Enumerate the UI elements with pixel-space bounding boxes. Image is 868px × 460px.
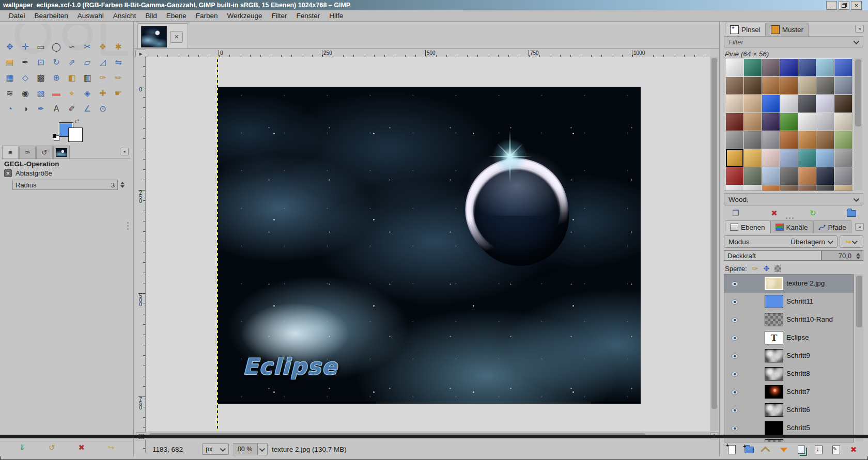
tool-scissors-select[interactable]: ✂ <box>80 39 95 55</box>
pattern-swatch-10[interactable] <box>780 77 798 94</box>
duplicate-pattern-button[interactable]: ❐ <box>729 208 742 219</box>
pattern-swatch-40[interactable] <box>816 149 834 167</box>
visibility-eye-icon[interactable] <box>731 281 738 287</box>
tab-pfade[interactable]: Pfade <box>813 220 851 233</box>
pattern-swatch-20[interactable] <box>834 95 852 113</box>
image-tab[interactable]: ✕ <box>137 23 188 49</box>
tool-pencil[interactable]: ✏ <box>111 70 126 86</box>
lock-position-icon[interactable]: ✥ <box>763 264 769 273</box>
pattern-swatch-12[interactable] <box>816 77 834 94</box>
new-layer-button[interactable] <box>725 444 738 455</box>
tool-perspective-clone[interactable]: ◈ <box>80 86 95 101</box>
pattern-filter-dropdown[interactable]: Filter <box>724 36 863 47</box>
tool-eraser[interactable]: ▬ <box>49 86 64 101</box>
pattern-swatch-27[interactable] <box>834 113 852 131</box>
dock-resize-grip[interactable] <box>127 222 129 230</box>
pattern-swatch-5[interactable] <box>816 59 834 76</box>
tool-blur-sharpen[interactable]: ◔ <box>2 101 18 117</box>
tool-airbrush[interactable]: ≋ <box>2 86 18 101</box>
tool-3d-transform[interactable]: ▦ <box>2 70 18 86</box>
opacity-slider[interactable]: Deckkraft 70,0 <box>724 250 863 261</box>
tool-perspective[interactable]: ◿ <box>95 55 111 70</box>
pattern-swatch-9[interactable] <box>762 77 780 94</box>
menu-werkzeuge[interactable]: Werkzeuge <box>222 11 267 21</box>
tool-gradient[interactable]: ▥ <box>80 70 95 86</box>
pattern-swatch-38[interactable] <box>780 149 798 167</box>
visibility-eye-icon[interactable] <box>731 408 738 413</box>
tool-flip[interactable]: ⇋ <box>111 55 126 70</box>
pattern-swatch-41[interactable] <box>834 149 852 167</box>
visibility-eye-icon[interactable] <box>731 390 738 395</box>
pattern-swatch-46[interactable] <box>798 167 816 185</box>
tab-ebenen[interactable]: Ebenen <box>725 220 770 233</box>
menu-hilfe[interactable]: Hilfe <box>324 11 348 21</box>
vertical-scrollbar[interactable] <box>710 57 718 431</box>
pattern-swatch-13[interactable] <box>834 77 852 94</box>
pattern-swatch-33[interactable] <box>816 131 834 149</box>
pattern-swatch-21[interactable] <box>726 113 743 131</box>
pattern-swatch-51[interactable] <box>762 185 780 191</box>
pattern-swatch-8[interactable] <box>744 77 762 94</box>
pattern-swatch-36[interactable] <box>744 149 762 167</box>
merge-down-button[interactable] <box>812 444 826 455</box>
abtastgroesse-checkbox[interactable]: ✕ <box>4 169 12 177</box>
mode-options-button[interactable]: ↪ <box>840 235 863 248</box>
tool-paths[interactable]: ✒ <box>33 101 49 117</box>
reset-defaults-button[interactable]: ↪ <box>104 442 118 454</box>
layer-row-schritt10-rand[interactable]: Schritt10-Rand <box>724 311 854 329</box>
dock-divider-grip[interactable] <box>786 217 794 219</box>
pattern-name-dropdown[interactable]: Wood, <box>724 193 863 205</box>
menu-auswahl[interactable]: Auswahl <box>73 11 109 21</box>
pattern-swatch-35[interactable] <box>726 149 743 167</box>
raise-layer-button[interactable] <box>760 444 773 455</box>
pattern-swatch-53[interactable] <box>798 185 816 191</box>
tool-foreground-select[interactable]: ❖ <box>95 39 111 55</box>
pattern-swatch-4[interactable] <box>798 59 816 76</box>
panel-menu-button[interactable]: ◂ <box>120 148 129 155</box>
menu-farben[interactable]: Farben <box>191 11 223 21</box>
layer-mask-button[interactable] <box>829 444 843 455</box>
pattern-swatch-2[interactable] <box>762 59 780 76</box>
tab-device-status[interactable]: ✑ <box>19 146 36 159</box>
layer-list-scrollbar[interactable] <box>855 274 863 441</box>
image-tab-close-button[interactable]: ✕ <box>170 31 183 43</box>
tab-tool-options[interactable]: ≡ <box>2 146 19 159</box>
background-color-swatch[interactable] <box>68 128 83 142</box>
pattern-swatch-25[interactable] <box>798 113 816 131</box>
tool-mypaint-brush[interactable]: ▧ <box>33 86 49 101</box>
save-preset-button[interactable]: ⇓ <box>16 442 29 454</box>
pattern-swatch-43[interactable] <box>744 167 762 185</box>
pattern-swatch-16[interactable] <box>762 95 780 113</box>
delete-preset-button[interactable]: ✖ <box>75 442 88 454</box>
tool-move[interactable]: ✥ <box>2 39 18 55</box>
tool-calligraphy[interactable]: ✒ <box>18 55 33 70</box>
refresh-patterns-button[interactable]: ↻ <box>806 208 819 219</box>
restore-button[interactable] <box>839 1 849 10</box>
layer-row-schritt6[interactable]: Schritt6 <box>724 401 854 419</box>
pattern-swatch-22[interactable] <box>744 113 762 131</box>
pattern-swatch-15[interactable] <box>744 95 762 113</box>
menu-fenster[interactable]: Fenster <box>292 11 325 21</box>
layer-row-schritt8[interactable]: Schritt8 <box>724 365 854 383</box>
tool-ellipse-select[interactable]: ◯ <box>49 39 64 55</box>
pattern-swatch-18[interactable] <box>798 95 816 113</box>
tool-dodge-burn[interactable]: ◑ <box>18 101 33 117</box>
tool-paintbrush[interactable]: ✑ <box>95 70 111 86</box>
tool-free-select[interactable]: ∽ <box>64 39 80 55</box>
tool-crop[interactable]: ⊡ <box>33 55 49 70</box>
pattern-swatch-1[interactable] <box>744 59 762 76</box>
pattern-swatch-29[interactable] <box>744 131 762 149</box>
tab-kanaele[interactable]: Kanäle <box>770 220 813 233</box>
default-colors-icon[interactable] <box>54 135 59 141</box>
pattern-swatch-11[interactable] <box>798 77 816 94</box>
duplicate-layer-button[interactable] <box>795 444 808 455</box>
image-canvas[interactable]: Eclipse <box>218 87 641 404</box>
open-pattern-folder-button[interactable] <box>845 208 858 219</box>
pattern-swatch-26[interactable] <box>816 113 834 131</box>
pattern-swatch-7[interactable] <box>726 77 743 94</box>
close-button[interactable]: ✕ <box>851 1 862 10</box>
patterns-panel-menu-button[interactable]: ◂ <box>855 25 864 33</box>
tool-shear[interactable]: ▱ <box>80 55 95 70</box>
pattern-swatch-34[interactable] <box>834 131 852 149</box>
menu-bearbeiten[interactable]: Bearbeiten <box>30 11 73 21</box>
